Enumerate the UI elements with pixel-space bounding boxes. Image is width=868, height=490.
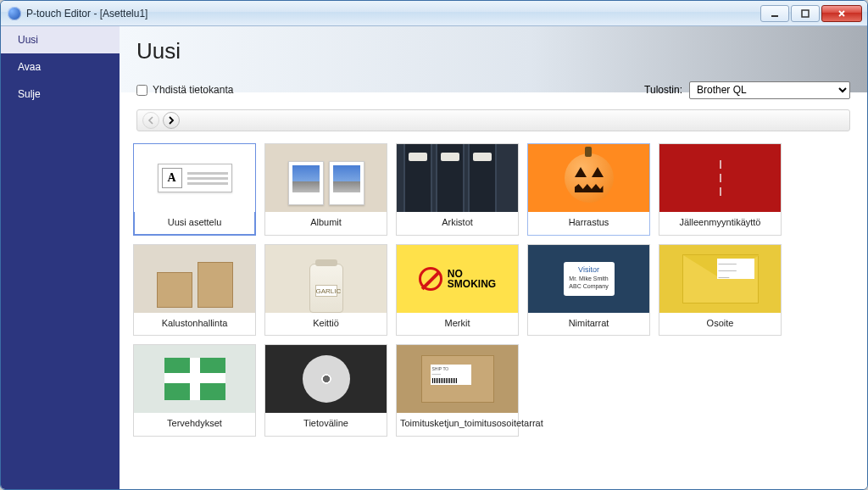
template-thumb bbox=[134, 345, 255, 413]
app-icon bbox=[8, 7, 21, 20]
main-panel: Uusi Yhdistä tietokanta Tulostin: Brothe… bbox=[120, 26, 867, 489]
app-name: P-touch Editor bbox=[26, 8, 91, 19]
close-icon bbox=[837, 8, 847, 19]
template-thumb: SHIP TO────── bbox=[397, 345, 518, 413]
printer-select[interactable]: Brother QL bbox=[689, 81, 850, 99]
template-label: Tietoväline bbox=[265, 413, 387, 436]
template-card-inventory[interactable]: Kalustonhallinta bbox=[133, 244, 256, 337]
sidebar: UusiAvaaSulje bbox=[1, 26, 120, 489]
window-title: P-touch Editor - [Asettelu1] bbox=[26, 8, 147, 19]
template-card-new-layout[interactable]: AUusi asettelu bbox=[133, 143, 256, 236]
template-card-albums[interactable]: Albumit bbox=[264, 143, 387, 236]
template-card-badges[interactable]: VisitorMr. Mike SmithABC CompanyNimitarr… bbox=[527, 244, 650, 337]
arrow-left-icon bbox=[147, 116, 155, 125]
template-thumb: VisitorMr. Mike SmithABC Company bbox=[528, 245, 649, 313]
maximize-button[interactable] bbox=[791, 5, 820, 22]
template-card-signs[interactable]: NOSMOKINGMerkit bbox=[396, 244, 519, 337]
template-card-retail[interactable]: Jälleenmyyntikäyttö bbox=[659, 143, 782, 236]
template-thumb bbox=[659, 144, 781, 212]
titlebar: P-touch Editor - [Asettelu1] bbox=[1, 1, 867, 26]
breadcrumb-nav bbox=[136, 109, 850, 131]
connect-db-option[interactable]: Yhdistä tietokanta bbox=[136, 84, 233, 96]
template-label: Osoite bbox=[659, 313, 781, 336]
template-card-address[interactable]: ─────────────Osoite bbox=[659, 244, 782, 337]
template-label: Kalustonhallinta bbox=[134, 313, 255, 336]
template-label: Nimitarrat bbox=[528, 313, 649, 336]
printer-label: Tulostin: bbox=[644, 84, 682, 96]
template-label: Albumit bbox=[265, 212, 387, 235]
sidebar-item-label: Uusi bbox=[18, 34, 38, 46]
template-grid: AUusi asetteluAlbumitArkistotHarrastusJä… bbox=[133, 143, 854, 437]
minimize-button[interactable] bbox=[760, 5, 789, 22]
window-controls bbox=[760, 5, 862, 22]
template-thumb: GARLIC bbox=[265, 245, 387, 313]
connect-db-label: Yhdistä tietokanta bbox=[153, 84, 233, 96]
template-card-kitchen[interactable]: GARLICKeittiö bbox=[264, 244, 387, 337]
template-label: Merkit bbox=[397, 313, 518, 336]
template-label: Uusi asettelu bbox=[134, 212, 255, 235]
template-label: Harrastus bbox=[528, 212, 649, 235]
template-grid-scroll[interactable]: AUusi asetteluAlbumitArkistotHarrastusJä… bbox=[120, 135, 867, 489]
template-label: Tervehdykset bbox=[134, 413, 255, 436]
close-button[interactable] bbox=[821, 5, 862, 22]
nav-forward-button[interactable] bbox=[163, 112, 180, 129]
doc-name: [Asettelu1] bbox=[100, 8, 148, 19]
template-thumb bbox=[134, 245, 255, 313]
sidebar-item-label: Avaa bbox=[18, 61, 41, 73]
template-card-hobby[interactable]: Harrastus bbox=[527, 143, 650, 236]
template-label: Arkistot bbox=[397, 212, 518, 235]
template-thumb bbox=[397, 144, 518, 212]
options-row: Yhdistä tietokanta Tulostin: Brother QL bbox=[120, 79, 867, 101]
template-thumb: ───────────── bbox=[659, 245, 781, 313]
sidebar-item-open[interactable]: Avaa bbox=[1, 53, 120, 81]
template-thumb: A bbox=[134, 144, 255, 212]
template-label: Keittiö bbox=[265, 313, 387, 336]
template-thumb: NOSMOKING bbox=[397, 245, 518, 313]
page-title: Uusi bbox=[136, 38, 850, 64]
sidebar-item-close[interactable]: Sulje bbox=[1, 81, 120, 108]
template-label: Toimitusketjun_toimitusosoitetarrat bbox=[397, 413, 518, 436]
template-card-shipping[interactable]: SHIP TO──────Toimitusketjun_toimitusosoi… bbox=[396, 344, 519, 437]
arrow-right-icon bbox=[167, 116, 175, 125]
connect-db-checkbox[interactable] bbox=[136, 85, 147, 96]
template-card-media[interactable]: Tietoväline bbox=[264, 344, 387, 437]
template-card-archives[interactable]: Arkistot bbox=[396, 143, 519, 236]
template-thumb bbox=[528, 144, 649, 212]
template-card-greetings[interactable]: Tervehdykset bbox=[133, 344, 256, 437]
sidebar-item-new[interactable]: Uusi bbox=[1, 26, 120, 53]
template-label: Jälleenmyyntikäyttö bbox=[659, 212, 781, 235]
app-window: P-touch Editor - [Asettelu1] UusiAvaaSul… bbox=[0, 0, 868, 490]
maximize-icon bbox=[800, 8, 810, 19]
svg-rect-0 bbox=[771, 15, 778, 17]
template-thumb bbox=[265, 144, 387, 212]
template-thumb bbox=[265, 345, 387, 413]
sidebar-item-label: Sulje bbox=[18, 88, 41, 100]
svg-rect-1 bbox=[802, 10, 809, 17]
nav-back-button[interactable] bbox=[142, 112, 159, 129]
minimize-icon bbox=[770, 8, 780, 19]
